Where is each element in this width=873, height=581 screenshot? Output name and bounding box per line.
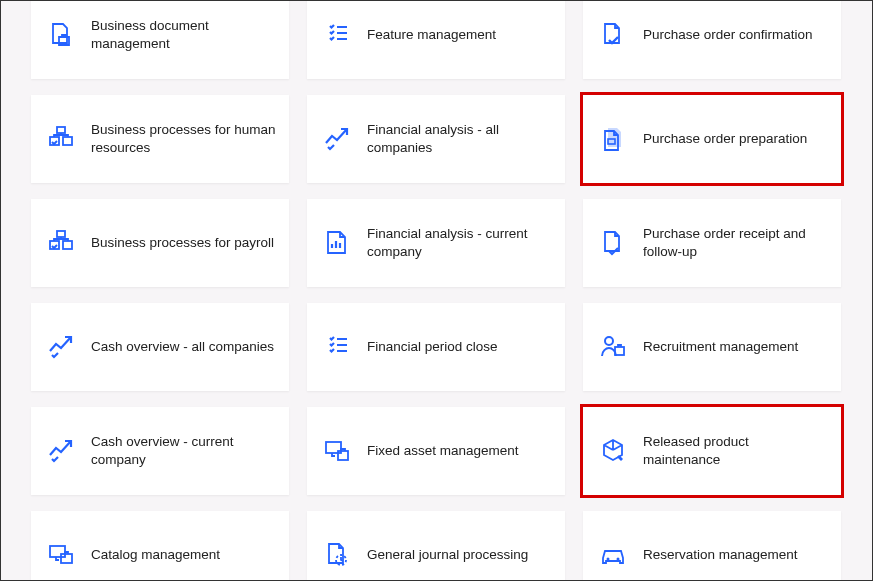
- document-check-icon: [597, 19, 629, 51]
- tile-label: Cash overview - all companies: [91, 338, 274, 356]
- tile-label: Released product maintenance: [643, 433, 829, 469]
- tile-label: Purchase order confirmation: [643, 26, 813, 44]
- tile-label: Business processes for payroll: [91, 234, 274, 252]
- process-flow-icon: [45, 123, 77, 155]
- tile-financial-period-close[interactable]: Financial period close: [307, 303, 565, 391]
- tile-label: Financial analysis - all companies: [367, 121, 553, 157]
- tile-label: Purchase order receipt and follow-up: [643, 225, 829, 261]
- tile-recruitment-management[interactable]: Recruitment management: [583, 303, 841, 391]
- tile-label: Financial analysis - current company: [367, 225, 553, 261]
- tile-label: Fixed asset management: [367, 442, 519, 460]
- tile-business-document-management[interactable]: Business document management: [31, 0, 289, 79]
- tile-purchase-order-confirmation[interactable]: Purchase order confirmation: [583, 0, 841, 79]
- tile-label: Catalog management: [91, 546, 220, 564]
- document-receipt-icon: [597, 227, 629, 259]
- checklist-icon: [321, 19, 353, 51]
- tile-purchase-order-preparation[interactable]: Purchase order preparation: [583, 95, 841, 183]
- tile-business-processes-hr[interactable]: Business processes for human resources: [31, 95, 289, 183]
- tile-financial-analysis-all[interactable]: Financial analysis - all companies: [307, 95, 565, 183]
- document-processing-icon: [321, 539, 353, 571]
- tile-general-journal-processing[interactable]: General journal processing: [307, 511, 565, 581]
- tile-label: Purchase order preparation: [643, 130, 807, 148]
- monitor-briefcase-icon: [321, 435, 353, 467]
- trend-check-icon: [45, 331, 77, 363]
- tile-label: Business processes for human resources: [91, 121, 277, 157]
- tile-feature-management[interactable]: Feature management: [307, 0, 565, 79]
- tile-business-processes-payroll[interactable]: Business processes for payroll: [31, 199, 289, 287]
- tile-cash-overview-current[interactable]: Cash overview - current company: [31, 407, 289, 495]
- cube-edit-icon: [597, 435, 629, 467]
- trend-check-icon: [321, 123, 353, 155]
- tile-financial-analysis-current[interactable]: Financial analysis - current company: [307, 199, 565, 287]
- tile-reservation-management[interactable]: Reservation management: [583, 511, 841, 581]
- catalog-icon: [45, 539, 77, 571]
- tile-label: Reservation management: [643, 546, 798, 564]
- car-icon: [597, 539, 629, 571]
- tile-catalog-management[interactable]: Catalog management: [31, 511, 289, 581]
- person-briefcase-icon: [597, 331, 629, 363]
- tile-fixed-asset-management[interactable]: Fixed asset management: [307, 407, 565, 495]
- tile-cash-overview-all[interactable]: Cash overview - all companies: [31, 303, 289, 391]
- process-flow-icon: [45, 227, 77, 259]
- tile-label: Feature management: [367, 26, 496, 44]
- document-barchart-icon: [321, 227, 353, 259]
- tile-label: Business document management: [91, 17, 277, 53]
- tile-purchase-order-receipt[interactable]: Purchase order receipt and follow-up: [583, 199, 841, 287]
- checklist-icon: [321, 331, 353, 363]
- tile-released-product-maintenance[interactable]: Released product maintenance: [583, 407, 841, 495]
- tile-label: Recruitment management: [643, 338, 798, 356]
- tile-label: General journal processing: [367, 546, 528, 564]
- trend-check-icon: [45, 435, 77, 467]
- tile-label: Financial period close: [367, 338, 498, 356]
- document-briefcase-icon: [45, 19, 77, 51]
- tile-label: Cash overview - current company: [91, 433, 277, 469]
- documents-stack-icon: [597, 123, 629, 155]
- workspace-tile-grid: Business document management Feature man…: [1, 0, 872, 581]
